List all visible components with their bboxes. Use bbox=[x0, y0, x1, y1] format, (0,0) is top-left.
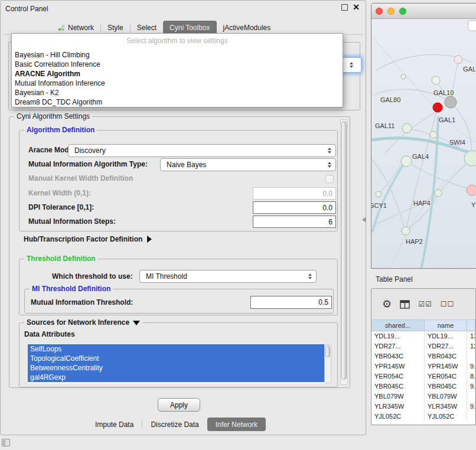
data-attributes-list: SelfLoops TopologicalCoefficient Between… bbox=[28, 344, 324, 383]
attributes-scrollbar-thumb[interactable] bbox=[325, 345, 330, 357]
which-threshold-combobox[interactable]: MI Threshold bbox=[139, 270, 317, 283]
attributes-scrollbar-track[interactable] bbox=[324, 344, 331, 383]
network-node[interactable] bbox=[432, 76, 440, 84]
network-node[interactable] bbox=[454, 56, 462, 64]
table-row[interactable]: YLR345WYLR345W9. bbox=[371, 402, 475, 412]
window-title: Control Panel bbox=[5, 5, 48, 13]
threshold-definition-group: Threshold Definition Which threshold to … bbox=[19, 259, 338, 315]
mi-threshold-input[interactable] bbox=[250, 296, 332, 309]
cell: YDR27... bbox=[371, 341, 425, 351]
combo-arrows-icon bbox=[350, 62, 353, 68]
columns-icon[interactable] bbox=[400, 300, 410, 309]
node-label: GAL4 bbox=[412, 153, 429, 160]
dropdown-item-aracne[interactable]: ARACNE Algorithm bbox=[14, 69, 341, 79]
zoom-button[interactable] bbox=[399, 8, 406, 15]
combo-arrows-icon bbox=[328, 148, 331, 154]
tab-label: jActiveModules bbox=[223, 24, 271, 32]
cell bbox=[467, 392, 475, 402]
float-window-icon[interactable] bbox=[341, 4, 348, 11]
algorithm-definition-title: Algorithm Definition bbox=[24, 126, 97, 134]
node-label: Y bbox=[471, 201, 476, 208]
table-row[interactable]: YJL052CYJL052C bbox=[371, 412, 475, 422]
list-item-gal4rgexp[interactable]: gal4RGexp bbox=[28, 373, 324, 382]
aracne-mode-value: Discovery bbox=[74, 146, 106, 155]
manual-kernel-width-label: Manual Kernel Width Definition bbox=[28, 174, 133, 182]
dpi-tolerance-input[interactable] bbox=[253, 201, 336, 214]
aracne-mode-combobox[interactable]: Discovery bbox=[68, 144, 336, 157]
column-header-name[interactable]: name bbox=[425, 319, 467, 331]
list-item-betweennesscentrality[interactable]: BetweennessCentrality bbox=[28, 363, 324, 373]
close-button[interactable] bbox=[376, 8, 383, 15]
tab-label: Select bbox=[137, 24, 157, 32]
settings-scrollbar-thumb[interactable] bbox=[341, 121, 347, 380]
network-node[interactable] bbox=[467, 185, 476, 195]
node-label: GCY1 bbox=[371, 202, 387, 209]
table-row[interactable]: YDL19...YDL19...13 bbox=[371, 331, 475, 341]
table-row[interactable]: YPR145WYPR145W9. bbox=[371, 361, 475, 371]
cell: YDR27... bbox=[425, 341, 467, 351]
network-node[interactable] bbox=[401, 74, 406, 79]
tab-infer-network[interactable]: Infer Network bbox=[207, 418, 266, 431]
splitter-collapse-arrow[interactable] bbox=[362, 217, 366, 223]
deselect-all-columns-icon[interactable]: ☐☐ bbox=[441, 300, 455, 308]
table-panel: ⚙ ☑☑ ☐☐ shared... name YDL19...YDL19...1… bbox=[371, 288, 476, 425]
network-node[interactable] bbox=[435, 190, 442, 197]
dropdown-item-bayesian-k2[interactable]: Bayesian - K2 bbox=[14, 88, 341, 97]
tab-discretize-data[interactable]: Discretize Data bbox=[142, 418, 207, 431]
panel-corner-icon[interactable] bbox=[2, 439, 10, 446]
network-node-gal11[interactable] bbox=[402, 123, 412, 133]
table-row[interactable]: YBR045CYBR045C9. bbox=[371, 381, 475, 392]
minimize-button[interactable] bbox=[387, 8, 395, 15]
network-node-gal4[interactable] bbox=[401, 156, 412, 167]
dropdown-item-basic-correlation[interactable]: Basic Correlation Inference bbox=[14, 60, 341, 69]
table-row[interactable]: YBR043CYBR043C bbox=[371, 351, 475, 361]
tab-label: Cyni Toolbox bbox=[169, 24, 210, 32]
kernel-width-input[interactable] bbox=[253, 187, 336, 200]
network-node-gal10[interactable] bbox=[445, 96, 457, 108]
cell: YLR345W bbox=[371, 402, 425, 412]
column-header-shared-name[interactable]: shared... bbox=[371, 319, 425, 331]
list-item-topologicalcoefficient[interactable]: TopologicalCoefficient bbox=[28, 354, 324, 363]
cell: YER054C bbox=[371, 371, 425, 381]
close-icon[interactable]: ✕ bbox=[353, 4, 360, 11]
table-row[interactable]: YBL079WYBL079W bbox=[371, 392, 475, 402]
network-canvas[interactable]: GAL GAL80 GAL10 GAL11 GAL1 SWI4 GAL4 GCY… bbox=[371, 19, 476, 269]
node-label: GAL80 bbox=[380, 96, 400, 103]
settings-scrollbar-track[interactable] bbox=[340, 119, 348, 385]
mi-threshold-definition-title: MI Threshold Definition bbox=[30, 285, 113, 293]
dropdown-item-mutual-information[interactable]: Mutual Information Inference bbox=[14, 79, 341, 88]
collapse-arrow-icon[interactable] bbox=[133, 321, 140, 325]
cell: 12 bbox=[467, 341, 475, 351]
sources-title: Sources for Network Inference bbox=[24, 318, 142, 327]
mi-threshold-definition-group: MI Threshold Definition Mutual Informati… bbox=[24, 289, 334, 314]
settings-group-title: Cyni Algorithm Settings bbox=[14, 112, 92, 120]
table-row[interactable]: YER054CYER054C8. bbox=[371, 371, 475, 381]
tab-impute-data[interactable]: Impute Data bbox=[87, 418, 142, 431]
list-item-selfloops[interactable]: SelfLoops bbox=[28, 344, 324, 354]
mi-algorithm-type-combobox[interactable]: Naive Bayes bbox=[160, 158, 336, 171]
column-header-clipped[interactable] bbox=[467, 319, 475, 331]
dropdown-item-bayesian-hill-climbing[interactable]: Bayesian - Hill Climbing bbox=[14, 50, 341, 60]
mi-steps-input[interactable] bbox=[253, 216, 336, 228]
cell: YDL19... bbox=[371, 331, 425, 341]
network-node[interactable] bbox=[430, 131, 437, 138]
cell: 8. bbox=[467, 371, 475, 381]
gear-icon[interactable]: ⚙ bbox=[382, 299, 392, 309]
node-label: HAP4 bbox=[413, 200, 431, 207]
select-all-columns-icon[interactable]: ☑☑ bbox=[418, 300, 432, 308]
table-row[interactable]: YDR27...YDR27...12 bbox=[371, 341, 475, 351]
cell: 9. bbox=[467, 402, 475, 412]
cell bbox=[467, 351, 475, 361]
network-node-hap2[interactable] bbox=[402, 227, 410, 235]
apply-button[interactable]: Apply bbox=[158, 398, 200, 412]
network-node-gcy1[interactable] bbox=[376, 191, 382, 197]
view-toolbar-chip[interactable] bbox=[468, 21, 476, 31]
dropdown-item-dream8[interactable]: Dream8 DC_TDC Algorithm bbox=[14, 97, 341, 107]
node-label: HAP2 bbox=[406, 238, 423, 245]
table-toolbar: ⚙ ☑☑ ☐☐ bbox=[371, 289, 475, 319]
manual-kernel-width-checkbox[interactable] bbox=[325, 175, 334, 183]
node-label: GAL1 bbox=[439, 116, 455, 123]
network-node-gal1-selected[interactable] bbox=[433, 103, 442, 112]
sources-title-text: Sources for Network Inference bbox=[27, 318, 129, 327]
hub-definition-expander[interactable]: Hub/Transcription Factor Definition bbox=[24, 235, 152, 243]
